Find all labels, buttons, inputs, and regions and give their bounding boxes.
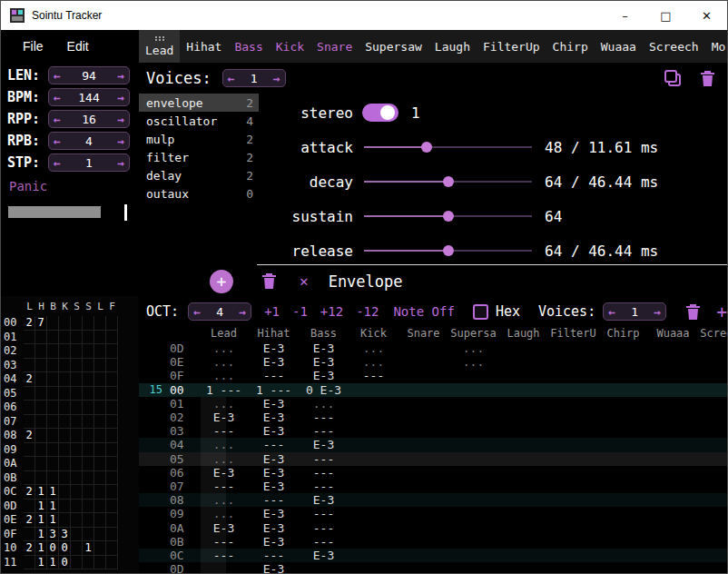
order-cell[interactable] bbox=[24, 528, 35, 542]
order-cell[interactable] bbox=[94, 556, 106, 570]
pattern-cell[interactable]: ... bbox=[199, 369, 249, 382]
order-cell[interactable] bbox=[59, 415, 71, 430]
order-cell[interactable] bbox=[94, 513, 106, 528]
instrument-tab-kick[interactable]: Kick bbox=[270, 30, 310, 63]
order-cell[interactable] bbox=[83, 401, 94, 415]
song-slider[interactable] bbox=[8, 204, 132, 221]
order-cell[interactable] bbox=[35, 415, 47, 430]
order-cell[interactable]: 1 bbox=[35, 513, 47, 528]
pattern-cell[interactable]: E-3 bbox=[299, 493, 349, 507]
order-cell[interactable]: 2 bbox=[24, 316, 35, 331]
pattern-cell[interactable]: --- bbox=[199, 480, 249, 493]
order-cell[interactable] bbox=[59, 471, 71, 486]
pattern-cell[interactable]: --- bbox=[299, 411, 349, 424]
unit-item-outaux[interactable]: outaux0 bbox=[139, 184, 259, 203]
song-slider-thumb[interactable] bbox=[124, 204, 127, 221]
order-cell[interactable]: 2 bbox=[24, 429, 35, 443]
rpb-decrement-arrow-icon[interactable]: ← bbox=[54, 134, 61, 148]
order-cell[interactable] bbox=[59, 372, 71, 387]
pattern-cell[interactable]: E-3 bbox=[199, 521, 249, 535]
pattern-cell[interactable]: 0 E-3 bbox=[299, 383, 349, 397]
instrument-tab-snare[interactable]: Snare bbox=[310, 30, 359, 63]
order-cell[interactable] bbox=[47, 401, 59, 415]
minimize-button[interactable]: – bbox=[605, 1, 645, 30]
order-cell[interactable] bbox=[83, 513, 94, 528]
order-cell[interactable] bbox=[83, 372, 94, 387]
order-cell[interactable] bbox=[35, 331, 47, 345]
order-cell[interactable]: 2 bbox=[24, 485, 35, 500]
instrument-tab-morea[interactable]: Morea bbox=[705, 30, 727, 63]
order-cell[interactable] bbox=[106, 471, 118, 486]
order-cell[interactable] bbox=[94, 429, 106, 443]
pattern-cell[interactable]: --- bbox=[249, 438, 299, 451]
pattern-cell[interactable]: E-3 bbox=[249, 480, 299, 493]
order-cell[interactable] bbox=[94, 316, 106, 331]
order-cell[interactable] bbox=[59, 316, 71, 331]
order-cell[interactable] bbox=[35, 457, 47, 471]
pattern-cell[interactable]: E-3 bbox=[249, 411, 299, 424]
unit-item-delay[interactable]: delay2 bbox=[139, 166, 259, 184]
order-cell[interactable] bbox=[71, 359, 83, 373]
instrument-tab-laugh[interactable]: Laugh bbox=[428, 30, 477, 63]
pattern-cell[interactable]: ... bbox=[199, 355, 249, 369]
order-cell[interactable] bbox=[94, 415, 106, 430]
panic-button[interactable]: Panic bbox=[9, 179, 139, 193]
order-cell[interactable] bbox=[83, 331, 94, 345]
order-cell[interactable] bbox=[83, 556, 94, 570]
order-cell[interactable] bbox=[24, 471, 35, 486]
order-cell[interactable] bbox=[35, 471, 47, 486]
order-cell[interactable]: 1 bbox=[47, 500, 59, 514]
order-cell[interactable] bbox=[106, 415, 118, 430]
stp-decrement-arrow-icon[interactable]: ← bbox=[54, 156, 61, 170]
order-cell[interactable] bbox=[71, 415, 83, 430]
menu-file[interactable]: File bbox=[23, 39, 44, 54]
order-cell[interactable] bbox=[24, 500, 35, 514]
transpose-minus12[interactable]: -12 bbox=[356, 304, 379, 319]
order-cell[interactable] bbox=[106, 556, 118, 570]
pattern-cell[interactable]: --- bbox=[299, 452, 349, 466]
pattern-voices-decrement-arrow-icon[interactable]: ← bbox=[608, 305, 615, 319]
delete-unit-button[interactable] bbox=[261, 272, 278, 291]
stereo-toggle[interactable] bbox=[362, 104, 398, 122]
maximize-button[interactable]: □ bbox=[645, 1, 686, 30]
pattern-cell[interactable]: ... bbox=[199, 397, 249, 411]
order-cell[interactable] bbox=[35, 429, 47, 443]
order-cell[interactable] bbox=[24, 331, 35, 345]
pattern-cell[interactable]: --- bbox=[299, 424, 349, 438]
pattern-cell[interactable]: ... bbox=[199, 452, 249, 466]
pattern-cell[interactable]: E-3 bbox=[249, 507, 299, 520]
order-cell[interactable] bbox=[106, 401, 118, 415]
instrument-voices-increment-arrow-icon[interactable]: → bbox=[273, 72, 280, 85]
pattern-cell[interactable]: ... bbox=[199, 341, 249, 355]
order-cell[interactable] bbox=[35, 443, 47, 458]
order-cell[interactable] bbox=[24, 344, 35, 359]
stp-increment-arrow-icon[interactable]: → bbox=[117, 156, 124, 170]
rpp-increment-arrow-icon[interactable]: → bbox=[117, 113, 124, 126]
order-cell[interactable] bbox=[83, 485, 94, 500]
order-cell[interactable] bbox=[94, 387, 106, 401]
order-cell[interactable] bbox=[24, 443, 35, 458]
order-cell[interactable] bbox=[94, 471, 106, 486]
delete-track-button[interactable] bbox=[684, 302, 702, 322]
order-cell[interactable] bbox=[71, 401, 83, 415]
order-cell[interactable]: 1 bbox=[35, 541, 47, 556]
pattern-cell[interactable]: E-3 bbox=[199, 411, 249, 424]
unit-item-envelope[interactable]: envelope2 bbox=[139, 94, 259, 112]
order-cell[interactable] bbox=[83, 443, 94, 458]
pattern-cell[interactable]: ... bbox=[448, 355, 498, 369]
pattern-voices-increment-arrow-icon[interactable]: → bbox=[654, 305, 661, 319]
order-cell[interactable] bbox=[71, 513, 83, 528]
order-cell[interactable]: 2 bbox=[24, 513, 35, 528]
order-cell[interactable]: 1 bbox=[83, 541, 94, 556]
order-cell[interactable]: 1 bbox=[47, 485, 59, 500]
order-cell[interactable] bbox=[59, 443, 71, 458]
order-cell[interactable] bbox=[71, 541, 83, 556]
order-cell[interactable]: 1 bbox=[35, 500, 47, 514]
order-cell[interactable] bbox=[94, 528, 106, 542]
decay-slider[interactable] bbox=[364, 174, 532, 189]
order-cell[interactable] bbox=[59, 344, 71, 359]
pattern-cell[interactable]: E-3 bbox=[299, 369, 349, 382]
pattern-cell[interactable]: E-3 bbox=[249, 466, 299, 480]
pattern-cell[interactable]: --- bbox=[299, 535, 349, 549]
pattern-cell[interactable]: --- bbox=[299, 480, 349, 493]
